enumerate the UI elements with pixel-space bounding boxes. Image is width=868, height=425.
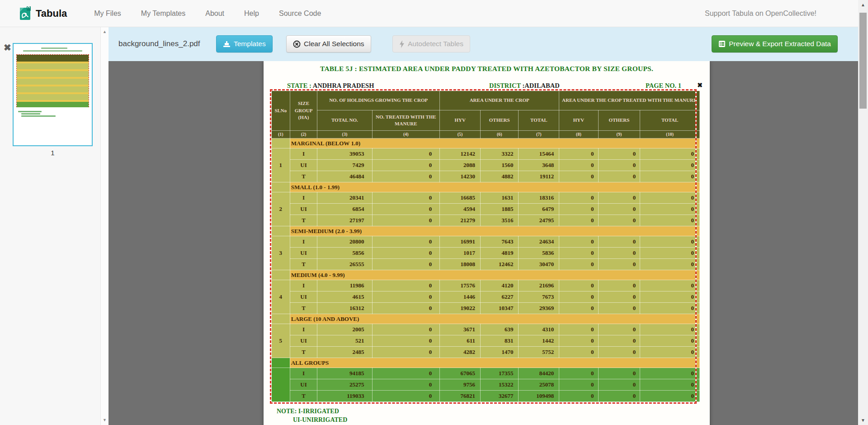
nav-item-my-files[interactable]: My Files bbox=[84, 10, 131, 18]
state-label: STATE : bbox=[287, 82, 311, 89]
table-title: TABLE 5J : ESTIMATED AREA UNDER PADDY TR… bbox=[264, 65, 710, 73]
district-label: DISTRICT bbox=[489, 82, 521, 89]
page-no-field: PAGE NO. 1 bbox=[646, 82, 681, 90]
sidebar-scrollbar[interactable]: ▲ ▼ bbox=[100, 27, 108, 425]
note-line-2: UI-UNIRRIGATED bbox=[293, 416, 347, 424]
autodetect-tables-button[interactable]: Autodetect Tables bbox=[392, 35, 470, 53]
lightning-bolt-icon bbox=[399, 40, 405, 48]
document-area: TABLE 5J : ESTIMATED AREA UNDER PADDY TR… bbox=[108, 61, 858, 425]
window-scrollbar[interactable]: ▲ ▼ bbox=[858, 0, 868, 425]
district-value: :ADILABAD bbox=[522, 82, 559, 89]
thumb-note-line bbox=[21, 113, 40, 115]
note-line-1: NOTE: I-IRRIGATED bbox=[277, 408, 339, 415]
toolbar: background_lines_2.pdf Templates Clear A… bbox=[108, 27, 858, 61]
scroll-up-icon[interactable]: ▲ bbox=[101, 29, 108, 34]
thumb-title-line bbox=[41, 48, 68, 49]
thumbnail-selection bbox=[16, 54, 89, 107]
window-scroll-down-icon[interactable]: ▼ bbox=[858, 418, 868, 423]
templates-icon bbox=[223, 41, 231, 48]
nav-item-about[interactable]: About bbox=[195, 10, 234, 18]
window-scroll-up-icon[interactable]: ▲ bbox=[858, 2, 868, 7]
remove-file-icon[interactable]: ✖ bbox=[4, 43, 11, 52]
scroll-down-icon[interactable]: ▼ bbox=[101, 418, 108, 422]
tabula-logo-icon bbox=[19, 6, 32, 21]
nav-item-source-code[interactable]: Source Code bbox=[269, 10, 331, 18]
state-field: STATE : ANDHRA PRADESH bbox=[287, 82, 374, 90]
brand-name: Tabula bbox=[36, 8, 67, 19]
remove-selection-icon[interactable]: ✖ bbox=[697, 81, 703, 89]
autodetect-button-label: Autodetect Tables bbox=[408, 40, 463, 48]
app-root: Tabula My Files My Templates About Help … bbox=[0, 0, 868, 425]
templates-button-label: Templates bbox=[234, 40, 266, 48]
state-value: ANDHRA PRADESH bbox=[313, 82, 374, 89]
page-thumbnail[interactable] bbox=[13, 43, 93, 146]
nav-item-my-templates[interactable]: My Templates bbox=[131, 10, 195, 18]
nav-item-help[interactable]: Help bbox=[234, 10, 269, 18]
clear-selections-icon bbox=[293, 40, 301, 48]
navbar: Tabula My Files My Templates About Help … bbox=[0, 0, 858, 27]
nav-links: My Files My Templates About Help Source … bbox=[84, 10, 331, 18]
sidebar: ✖ 1 ▲ ▼ bbox=[0, 27, 108, 425]
table-selection-overlay[interactable]: ✖ bbox=[270, 89, 697, 404]
brand[interactable]: Tabula bbox=[19, 6, 67, 21]
thumbnail-page-number: 1 bbox=[13, 149, 93, 157]
export-table-icon bbox=[718, 40, 726, 48]
thumb-note-line bbox=[21, 115, 56, 117]
thumb-note-line bbox=[18, 111, 42, 112]
support-link[interactable]: Support Tabula on OpenCollective! bbox=[705, 10, 816, 18]
thumb-subtitle-line bbox=[23, 50, 82, 52]
preview-export-button[interactable]: Preview & Export Extracted Data bbox=[712, 35, 838, 53]
clear-button-label: Clear All Selections bbox=[304, 40, 364, 48]
export-button-label: Preview & Export Extracted Data bbox=[729, 40, 831, 48]
window-scrollbar-thumb[interactable] bbox=[859, 13, 867, 109]
clear-all-selections-button[interactable]: Clear All Selections bbox=[286, 35, 371, 53]
open-filename: background_lines_2.pdf bbox=[118, 27, 200, 61]
templates-button[interactable]: Templates bbox=[216, 35, 273, 53]
pdf-page[interactable]: TABLE 5J : ESTIMATED AREA UNDER PADDY TR… bbox=[264, 61, 710, 425]
district-field: DISTRICT :ADILABAD bbox=[489, 82, 560, 90]
